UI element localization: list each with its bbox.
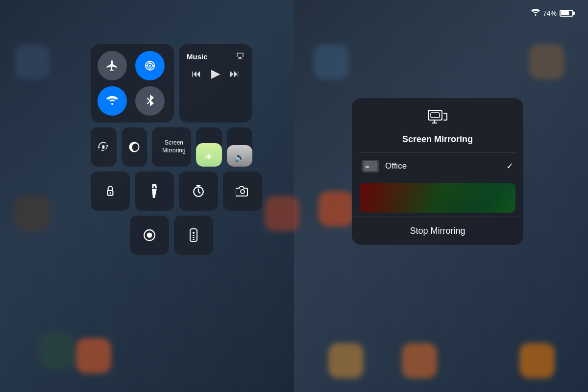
airplane-mode-button[interactable]	[98, 51, 127, 80]
svg-point-14	[153, 186, 155, 188]
bg-app-icon	[519, 343, 555, 378]
connectivity-panel	[91, 44, 174, 122]
timer-button[interactable]	[179, 172, 218, 211]
mirroring-dialog-title: Screen Mirroring	[402, 134, 473, 145]
cc-last-row	[91, 216, 252, 255]
cc-top-row: Music ⏮ ▶ ⏭	[91, 44, 252, 122]
camera-button[interactable]	[223, 172, 262, 211]
battery-icon	[560, 10, 573, 17]
do-not-disturb-button[interactable]	[122, 127, 147, 167]
remote-button[interactable]	[174, 216, 213, 255]
svg-rect-25	[431, 113, 440, 118]
svg-rect-23	[193, 239, 195, 240]
bg-app-icon	[265, 196, 300, 231]
mirroring-header: Screen Mirroring	[352, 98, 523, 152]
screen-mirroring-button[interactable]: Screen Mirroring	[152, 127, 191, 167]
control-center: Music ⏮ ▶ ⏭	[91, 44, 252, 255]
battery-fill	[561, 11, 569, 15]
cellular-button[interactable]	[135, 51, 165, 80]
battery-percentage: 74%	[543, 9, 557, 17]
music-forward-button[interactable]: ⏭	[230, 68, 240, 79]
cc-middle-row: Screen Mirroring ☀ 🔊	[91, 127, 252, 167]
bg-app-icon	[529, 44, 564, 79]
wifi-toggle-button[interactable]	[98, 86, 127, 116]
mirroring-preview	[360, 183, 515, 213]
flashlight-button[interactable]	[135, 172, 174, 211]
music-header: Music	[187, 51, 245, 62]
svg-point-16	[241, 190, 245, 194]
brightness-slider[interactable]: ☀	[196, 127, 222, 167]
mirroring-option-office[interactable]: tv Office ✓	[352, 153, 523, 179]
svg-text:tv: tv	[366, 165, 369, 169]
bg-app-icon	[402, 343, 437, 378]
bluetooth-button[interactable]	[135, 86, 165, 116]
mirroring-option-checkmark: ✓	[506, 161, 514, 172]
bg-app-icon	[318, 191, 354, 226]
wifi-icon	[531, 9, 540, 17]
bg-app-icon	[15, 196, 50, 231]
rotation-lock-button[interactable]	[91, 127, 117, 167]
bg-app-icon	[15, 44, 50, 79]
brightness-icon: ☀	[204, 151, 213, 163]
volume-slider[interactable]: 🔊	[227, 127, 253, 167]
svg-point-20	[193, 232, 195, 234]
bg-app-icon	[39, 333, 74, 368]
svg-point-18	[147, 233, 152, 238]
svg-point-2	[149, 65, 151, 67]
svg-rect-22	[193, 237, 195, 238]
music-rewind-button[interactable]: ⏮	[192, 68, 201, 79]
volume-icon: 🔊	[234, 152, 245, 163]
mirroring-dialog: Screen Mirroring tv Office ✓ Stop Mirror…	[352, 98, 523, 245]
music-title: Music	[187, 52, 208, 61]
svg-rect-24	[428, 110, 442, 120]
screen-record-button[interactable]	[130, 216, 169, 255]
music-controls: ⏮ ▶ ⏭	[187, 67, 245, 80]
svg-rect-21	[193, 235, 195, 236]
screen-mirroring-label: Screen Mirroring	[162, 139, 185, 154]
mirroring-dialog-icon	[428, 110, 447, 129]
bg-app-icon	[76, 338, 111, 373]
mirroring-option-name: Office	[385, 161, 500, 171]
airplay-icon[interactable]	[236, 51, 245, 62]
music-panel: Music ⏮ ▶ ⏭	[179, 44, 252, 122]
bg-app-icon	[328, 343, 364, 378]
bg-app-icon	[314, 44, 349, 79]
appletv-icon: tv	[362, 160, 379, 172]
svg-rect-7	[102, 146, 105, 149]
svg-point-13	[109, 192, 111, 194]
cc-bottom-row	[91, 172, 252, 211]
music-play-button[interactable]: ▶	[211, 67, 220, 80]
stop-mirroring-button[interactable]: Stop Mirroring	[352, 217, 523, 245]
stop-mirroring-label: Stop Mirroring	[410, 226, 465, 236]
lock-rotation-button[interactable]	[91, 172, 130, 211]
status-bar: 74%	[294, 9, 588, 17]
